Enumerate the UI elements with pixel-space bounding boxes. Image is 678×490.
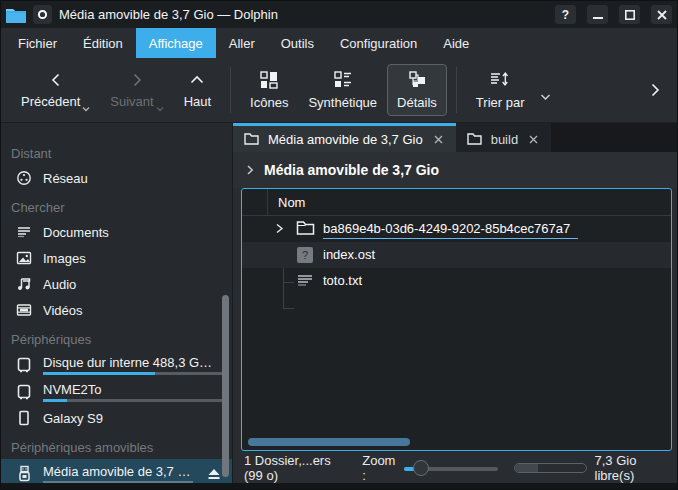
sidebar-item-label: Galaxy S9 [43, 411, 224, 426]
free-space-text: 7,3 Gio libre(s) [595, 453, 666, 483]
sidebar-scrollbar[interactable] [222, 295, 229, 477]
close-button[interactable] [651, 5, 672, 24]
view-icons-button[interactable]: Icônes [240, 64, 298, 116]
tab-build[interactable]: build [456, 123, 551, 152]
hard-drive-icon [16, 384, 32, 400]
sidebar-item-label: Audio [43, 277, 224, 292]
folder-icon [244, 133, 259, 145]
file-name[interactable]: ba869e4b-03d6-4249-9202-85b4cec767a7 [323, 220, 578, 239]
view-compact-label: Synthétique [308, 95, 377, 110]
free-space-bar-fill [515, 464, 538, 472]
horizontal-scrollbar[interactable] [248, 438, 410, 446]
status-bar: 1 Dossier,...ers (99 o) Zoom : 7,3 Gio l… [233, 453, 677, 483]
chevron-right-icon [128, 71, 146, 89]
sidebar-item-documents[interactable]: Documents [1, 219, 232, 245]
sidebar-item-label: Média amovible de 3,7 … [43, 464, 193, 479]
zoom-slider[interactable] [404, 459, 498, 477]
pin-badge-icon[interactable] [33, 5, 52, 24]
dolphin-folder-icon [6, 7, 26, 23]
section-chercher: Chercher [1, 195, 232, 219]
close-tab-icon[interactable] [527, 133, 540, 146]
view-details-label: Détails [397, 95, 437, 110]
section-peripheriques: Périphériques [1, 327, 232, 351]
file-row-folder[interactable]: ba869e4b-03d6-4249-9202-85b4cec767a7 [242, 216, 671, 242]
sidebar-item-disque-dur[interactable]: Disque dur interne 488,3 G… [1, 351, 232, 378]
sort-by-button[interactable]: Trier par [466, 64, 535, 116]
menu-affichage[interactable]: Affichage [136, 28, 216, 58]
image-icon [16, 250, 32, 266]
toolbar-overflow-chevron-icon[interactable] [643, 76, 667, 104]
menu-configuration[interactable]: Configuration [327, 28, 430, 58]
folder-icon [467, 133, 482, 145]
sidebar-item-videos[interactable]: Vidéos [1, 297, 232, 323]
usb-stick-icon [16, 465, 32, 482]
file-name[interactable]: index.ost [323, 246, 375, 263]
toolbar-separator [456, 67, 457, 113]
chevron-left-icon [47, 71, 65, 89]
sidebar-item-media-amovible[interactable]: Média amovible de 3,7 … [1, 459, 232, 483]
toolbar-separator [230, 67, 231, 113]
sidebar-item-reseau[interactable]: Réseau [1, 165, 232, 191]
menu-outils[interactable]: Outils [268, 28, 327, 58]
breadcrumb: Média amovible de 3,7 Gio [233, 152, 677, 188]
sidebar-item-label: Documents [43, 225, 224, 240]
chevron-down-icon [82, 106, 90, 112]
zoom-slider-handle[interactable] [413, 460, 429, 476]
capacity-bar [43, 399, 224, 402]
menu-edition[interactable]: Édition [70, 28, 136, 58]
help-button[interactable]: ? [555, 5, 576, 24]
window-bottom-edge [1, 483, 677, 489]
text-file-icon [296, 272, 314, 290]
toolbar: Précédent Suivant Haut Icônes Synthétiqu… [1, 58, 677, 123]
titlebar: Média amovible de 3,7 Gio — Dolphin ? [1, 1, 677, 28]
file-view: Nom ba869e4b-03d6-4249-9202-85b4cec767a7… [241, 188, 672, 451]
tree-line [283, 308, 294, 309]
forward-button[interactable]: Suivant [100, 65, 173, 115]
eject-icon[interactable] [204, 468, 224, 480]
window-body: Distant Réseau Chercher Documents Images… [1, 123, 677, 483]
back-label: Précédent [21, 94, 80, 109]
minimize-button[interactable] [587, 5, 608, 24]
places-panel: Distant Réseau Chercher Documents Images… [1, 123, 233, 483]
maximize-button[interactable] [619, 5, 640, 24]
view-details-button[interactable]: Détails [387, 64, 447, 116]
chevron-down-icon[interactable] [540, 93, 551, 101]
icons-view-icon [259, 70, 279, 90]
view-icons-label: Icônes [250, 95, 288, 110]
file-row-toto-txt[interactable]: toto.txt [242, 268, 671, 294]
zoom-label: Zoom : [362, 453, 396, 483]
document-lines-icon [16, 224, 32, 240]
sidebar-item-label: Images [43, 251, 224, 266]
sidebar-item-audio[interactable]: Audio [1, 271, 232, 297]
breadcrumb-location[interactable]: Média amovible de 3,7 Gio [264, 162, 439, 178]
network-icon [16, 170, 32, 186]
film-icon [16, 302, 32, 318]
window-title: Média amovible de 3,7 Gio — Dolphin [59, 7, 544, 22]
compact-view-icon [333, 70, 353, 90]
menu-aide[interactable]: Aide [430, 28, 482, 58]
tab-label: Média amovible de 3,7 Gio [268, 132, 423, 147]
menu-aller[interactable]: Aller [216, 28, 268, 58]
chevron-up-icon [188, 71, 206, 89]
up-button[interactable]: Haut [174, 65, 221, 115]
column-header-nom[interactable]: Nom [268, 189, 305, 215]
sidebar-item-label: NVME2To [43, 382, 224, 397]
phone-icon [16, 410, 32, 426]
section-peripheriques-amovibles: Périphériques amovibles [1, 435, 232, 459]
sort-icon [489, 70, 511, 90]
tab-media-amovible[interactable]: Média amovible de 3,7 Gio [233, 123, 456, 152]
back-button[interactable]: Précédent [11, 65, 100, 115]
sidebar-item-galaxy-s9[interactable]: Galaxy S9 [1, 405, 232, 431]
menu-fichier[interactable]: Fichier [5, 28, 70, 58]
capacity-bar [43, 481, 193, 484]
sidebar-item-nvme2to[interactable]: NVME2To [1, 378, 232, 405]
file-row-index-ost[interactable]: ? index.ost [242, 242, 671, 268]
sidebar-item-images[interactable]: Images [1, 245, 232, 271]
capacity-bar [43, 372, 224, 375]
chevron-right-icon[interactable] [245, 164, 255, 176]
close-tab-icon[interactable] [432, 133, 445, 146]
forward-label: Suivant [110, 94, 153, 109]
expand-chevron-icon[interactable] [275, 222, 284, 235]
view-compact-button[interactable]: Synthétique [298, 64, 387, 116]
file-name[interactable]: toto.txt [323, 272, 362, 289]
